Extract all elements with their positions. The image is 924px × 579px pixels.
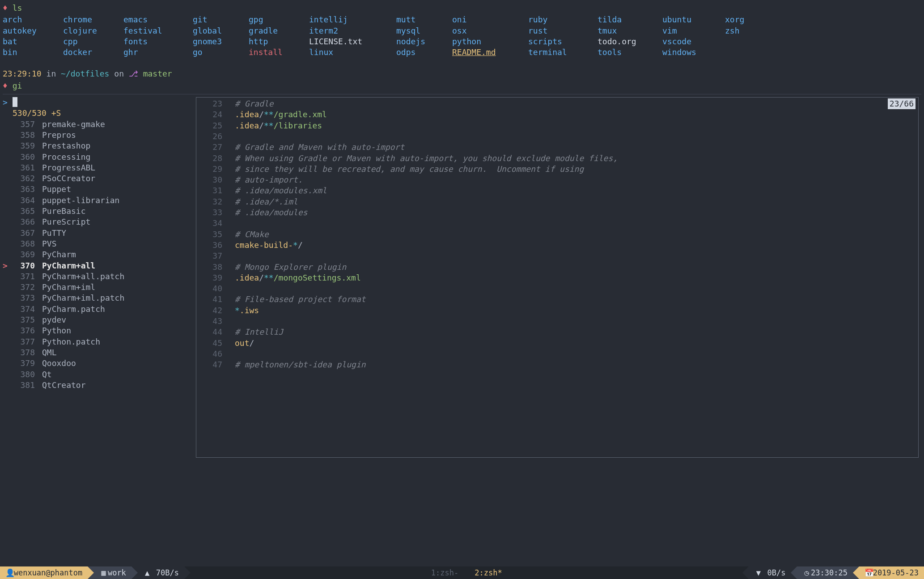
list-item[interactable]: 359Prestashop [3,140,196,151]
status-date: 📅 2019-05-23 [859,566,924,579]
preview-line: 42*.iws [199,305,916,316]
fzf-marker [3,184,9,195]
fzf-item-name: PVS [35,239,57,248]
ls-entry: odps [396,47,452,58]
status-upload: ▲ 70B/s [138,566,184,579]
list-item[interactable]: 375pydev [3,315,196,325]
list-item[interactable]: 374PyCharm.patch [3,304,196,315]
fzf-item-number: 372 [9,282,35,293]
ls-entry: http [249,36,309,47]
preview-line: 30# auto-import. [199,175,916,185]
list-item[interactable]: 364puppet-librarian [3,195,196,206]
ls-entry [725,36,788,47]
ls-entry: chrome [63,14,123,25]
ls-command-line: ♦ ls [3,3,921,13]
terminal[interactable]: ♦ ls archchromeemacsgitgpgintellijmutton… [0,0,924,458]
command-input-line[interactable]: ♦ gi [3,81,921,91]
status-window[interactable]: 2:zsh* [475,568,502,578]
ls-entry: cpp [63,36,123,47]
list-item[interactable]: 366PureScript [3,217,196,227]
list-item[interactable]: 373PyCharm+iml.patch [3,293,196,303]
list-item[interactable]: 379Qooxdoo [3,358,196,369]
ls-entry: gnome3 [193,36,249,47]
preview-line: 43 [199,316,916,327]
preview-pane[interactable]: 23/66 23# Gradle24.idea/**/gradle.xml25.… [196,97,919,458]
preview-line: 37 [199,251,916,261]
preview-line: 24.idea/**/gradle.xml [199,109,916,120]
list-item[interactable]: 358Prepros [3,130,196,140]
list-item[interactable]: 362PSoCCreator [3,173,196,184]
list-item[interactable]: 363Puppet [3,184,196,195]
preview-line: 23# Gradle [199,98,916,109]
ls-entry: go [193,47,249,58]
preview-line: 36cmake-build-*/ [199,240,916,251]
preview-body: 23# Gradle24.idea/**/gradle.xml25.idea/*… [199,98,916,370]
arrow-icon [791,566,797,579]
preview-line: 32# .idea/*.iml [199,196,916,207]
fzf-item-number: 369 [9,249,35,260]
list-item[interactable]: 371PyCharm+all.patch [3,271,196,282]
ls-entry: rust [528,26,598,36]
preview-line: 44# IntelliJ [199,327,916,337]
list-item[interactable]: 361ProgressABL [3,162,196,173]
list-item[interactable]: 378QML [3,347,196,358]
fzf-item-number: 366 [9,217,35,227]
prompt-on: on [114,69,124,78]
fzf-item-name: Prepros [35,130,76,140]
list-item[interactable]: 367PuTTY [3,228,196,238]
list-item[interactable]: 381QtCreator [3,380,196,391]
list-item[interactable]: 365PureBasic [3,206,196,217]
fzf-left[interactable]: > 530/530 +S 357premake-gmake 358Prepros… [3,97,196,458]
fzf-item-number: 360 [9,152,35,162]
preview-line: 47# mpeltonen/sbt-idea plugin [199,359,916,370]
preview-line: 38# Mongo Explorer plugin [199,262,916,272]
status-user-text: wenxuan@phantom [14,568,83,578]
preview-line: 46 [199,349,916,359]
list-item[interactable]: 377Python.patch [3,336,196,347]
calendar-icon: 📅 [865,568,873,578]
preview-line: 25.idea/**/libraries [199,120,916,131]
ls-entry: ruby [528,14,598,25]
fzf-item-name: QML [35,348,57,357]
list-item[interactable]: 380Qt [3,369,196,380]
list-item[interactable]: 357premake-gmake [3,119,196,130]
preview-line: 40 [199,283,916,294]
fzf-item-name: PuTTY [35,228,66,238]
fzf-marker [3,293,9,303]
list-item[interactable]: 360Processing [3,152,196,162]
ls-entry: todo.org [598,36,662,47]
ls-entry: ghr [123,47,193,58]
ls-entry: emacs [123,14,193,25]
arrow-icon [742,566,749,579]
list-item[interactable]: 369PyCharm [3,249,196,260]
ls-command: ls [13,3,22,13]
preview-line: 35# CMake [199,229,916,240]
status-windows[interactable]: 1:zsh-2:zsh* [191,566,743,579]
ls-entry: mysql [396,26,452,36]
list-item[interactable]: 376Python [3,325,196,336]
ls-entry [725,47,788,58]
fzf-query-line[interactable]: > [3,97,196,108]
status-window[interactable]: 1:zsh- [431,568,458,578]
fzf-item-number: 370 [9,260,35,271]
list-item[interactable]: 368PVS [3,238,196,249]
fzf-item-name: ProgressABL [35,163,95,172]
fzf-marker [3,173,9,184]
arrow-icon [88,566,94,579]
fzf-marker [3,238,9,249]
fzf-panel[interactable]: > 530/530 +S 357premake-gmake 358Prepros… [3,97,921,458]
fzf-item-name: pydev [35,315,66,324]
fzf-marker [3,119,9,130]
ls-entry: vim [662,26,725,36]
list-item[interactable]: 372PyCharm+iml [3,282,196,293]
status-date-text: 2019-05-23 [873,568,919,578]
fzf-marker [3,228,9,238]
fzf-item-name: puppet-librarian [35,196,119,205]
up-icon: ▲ [143,568,152,578]
prompt-path: ~/dotfiles [61,69,109,78]
fzf-list[interactable]: 357premake-gmake 358Prepros 359Prestasho… [3,119,196,391]
fzf-marker [3,325,9,336]
ls-entry: install [249,47,309,58]
list-item[interactable]: >370PyCharm+all [3,260,196,271]
fzf-item-number: 380 [9,369,35,380]
